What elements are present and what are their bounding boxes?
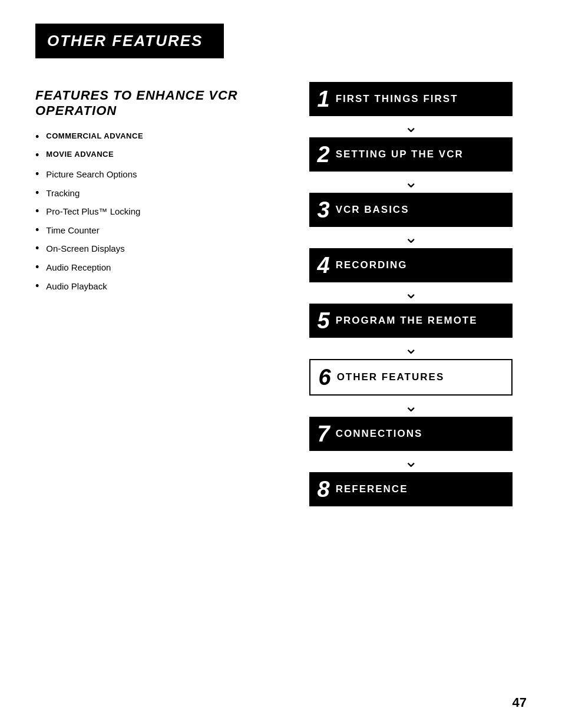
page-title: OTHER FEATURES bbox=[47, 32, 203, 50]
nav-item-3[interactable]: 4RECORDING bbox=[309, 248, 513, 282]
nav-bar: 3VCR BASICS bbox=[309, 193, 513, 227]
section-title: FEATURES TO ENHANCE VCR OPERATION bbox=[35, 88, 271, 119]
nav-number: 5 bbox=[318, 309, 330, 332]
nav-label: REFERENCE bbox=[336, 483, 408, 495]
list-item: •Time Counter bbox=[35, 224, 271, 237]
bullet-text: MOVIE ADVANCE bbox=[46, 149, 114, 160]
bullet-text: Audio Playback bbox=[46, 280, 107, 292]
bullet-icon: • bbox=[35, 168, 39, 181]
nav-item-5[interactable]: 6OTHER FEATURES bbox=[309, 359, 513, 396]
nav-item-1[interactable]: 2SETTING UP THE VCR bbox=[309, 137, 513, 172]
arrow-down-icon: ⌄ bbox=[309, 118, 513, 135]
nav-item-2[interactable]: 3VCR BASICS bbox=[309, 193, 513, 227]
page-number: 47 bbox=[513, 695, 527, 710]
list-item: •Audio Playback bbox=[35, 280, 271, 293]
arrow-down-icon: ⌄ bbox=[309, 340, 513, 357]
nav-label: RECORDING bbox=[336, 259, 408, 271]
nav-number: 7 bbox=[318, 423, 330, 445]
nav-number: 6 bbox=[319, 366, 331, 388]
bullet-list: •COMMERCIAL ADVANCE•MOVIE ADVANCE•Pictur… bbox=[35, 131, 271, 292]
nav-bar: 2SETTING UP THE VCR bbox=[309, 137, 513, 172]
arrow-down-icon: ⌄ bbox=[309, 285, 513, 301]
nav-bar: 6OTHER FEATURES bbox=[309, 359, 513, 396]
bullet-icon: • bbox=[35, 149, 39, 162]
arrow-down-icon: ⌄ bbox=[309, 174, 513, 190]
bullet-icon: • bbox=[35, 224, 39, 237]
bullet-text: Audio Reception bbox=[46, 261, 111, 274]
nav-item-7[interactable]: 8REFERENCE bbox=[309, 472, 513, 506]
nav-number: 1 bbox=[318, 88, 330, 110]
list-item: •Pro-Tect Plus™ Locking bbox=[35, 205, 271, 218]
bullet-text: Picture Search Options bbox=[46, 168, 137, 180]
nav-label: OTHER FEATURES bbox=[337, 371, 445, 383]
bullet-icon: • bbox=[35, 205, 39, 218]
bullet-icon: • bbox=[35, 187, 39, 200]
nav-bar: 7CONNECTIONS bbox=[309, 417, 513, 451]
nav-label: FIRST THINGS FIRST bbox=[336, 93, 458, 105]
arrow-down-icon: ⌄ bbox=[309, 453, 513, 470]
page-container: OTHER FEATURES FEATURES TO ENHANCE VCR O… bbox=[0, 0, 562, 728]
nav-item-6[interactable]: 7CONNECTIONS bbox=[309, 417, 513, 451]
nav-label: PROGRAM THE REMOTE bbox=[336, 315, 478, 327]
nav-item-0[interactable]: 1FIRST THINGS FIRST bbox=[309, 82, 513, 116]
right-column: 1FIRST THINGS FIRST⌄2SETTING UP THE VCR⌄… bbox=[295, 82, 527, 506]
nav-label: SETTING UP THE VCR bbox=[336, 149, 464, 160]
list-item: •MOVIE ADVANCE bbox=[35, 149, 271, 162]
arrow-down-icon: ⌄ bbox=[309, 229, 513, 246]
bullet-text: COMMERCIAL ADVANCE bbox=[46, 131, 143, 141]
list-item: •On-Screen Displays bbox=[35, 242, 271, 255]
nav-number: 8 bbox=[318, 478, 330, 500]
nav-label: VCR BASICS bbox=[336, 204, 409, 216]
bullet-icon: • bbox=[35, 280, 39, 293]
nav-label: CONNECTIONS bbox=[336, 428, 423, 440]
bullet-text: On-Screen Displays bbox=[46, 242, 124, 255]
nav-number: 4 bbox=[318, 254, 330, 276]
arrow-down-icon: ⌄ bbox=[309, 398, 513, 414]
bullet-icon: • bbox=[35, 261, 39, 274]
bullet-icon: • bbox=[35, 242, 39, 255]
list-item: •Picture Search Options bbox=[35, 168, 271, 181]
left-column: FEATURES TO ENHANCE VCR OPERATION •COMME… bbox=[35, 82, 271, 298]
bullet-icon: • bbox=[35, 131, 39, 144]
nav-bar: 8REFERENCE bbox=[309, 472, 513, 506]
nav-bar: 5PROGRAM THE REMOTE bbox=[309, 304, 513, 338]
nav-bar: 4RECORDING bbox=[309, 248, 513, 282]
bullet-text: Pro-Tect Plus™ Locking bbox=[46, 205, 140, 218]
nav-bar: 1FIRST THINGS FIRST bbox=[309, 82, 513, 116]
header-bar: OTHER FEATURES bbox=[35, 24, 224, 58]
list-item: •Tracking bbox=[35, 187, 271, 200]
nav-item-4[interactable]: 5PROGRAM THE REMOTE bbox=[309, 304, 513, 338]
list-item: •Audio Reception bbox=[35, 261, 271, 274]
bullet-text: Time Counter bbox=[46, 224, 99, 236]
nav-number: 2 bbox=[318, 143, 330, 166]
main-content: FEATURES TO ENHANCE VCR OPERATION •COMME… bbox=[35, 82, 527, 506]
list-item: •COMMERCIAL ADVANCE bbox=[35, 131, 271, 144]
bullet-text: Tracking bbox=[46, 187, 80, 199]
nav-number: 3 bbox=[318, 199, 330, 221]
